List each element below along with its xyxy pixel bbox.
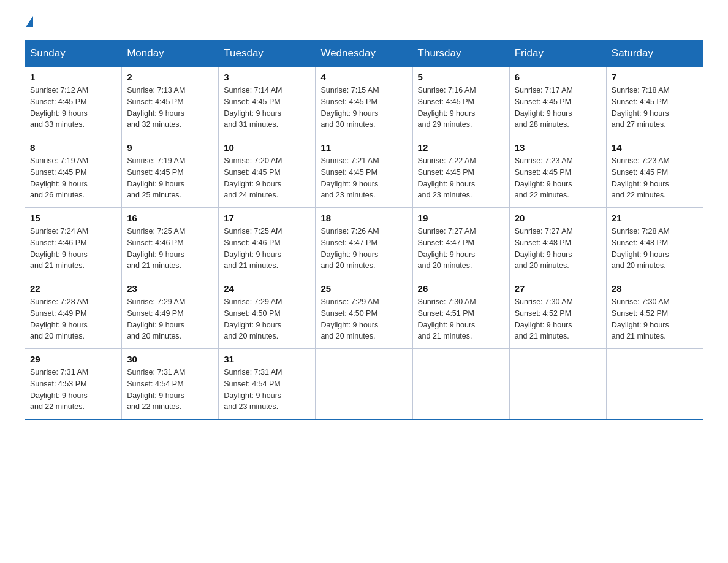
day-info: Sunrise: 7:31 AMSunset: 4:53 PMDaylight:… bbox=[30, 367, 116, 413]
day-number: 22 bbox=[30, 283, 116, 294]
calendar-day-cell: 31Sunrise: 7:31 AMSunset: 4:54 PMDayligh… bbox=[219, 349, 316, 420]
day-info: Sunrise: 7:27 AMSunset: 4:47 PMDaylight:… bbox=[418, 226, 504, 272]
day-info: Sunrise: 7:13 AMSunset: 4:45 PMDaylight:… bbox=[127, 85, 213, 131]
calendar-day-cell: 1Sunrise: 7:12 AMSunset: 4:45 PMDaylight… bbox=[25, 66, 122, 137]
calendar-week-row: 22Sunrise: 7:28 AMSunset: 4:49 PMDayligh… bbox=[25, 278, 703, 349]
day-number: 14 bbox=[612, 142, 698, 153]
day-number: 19 bbox=[418, 213, 504, 223]
calendar-day-cell: 20Sunrise: 7:27 AMSunset: 4:48 PMDayligh… bbox=[509, 208, 606, 278]
day-number: 4 bbox=[320, 72, 407, 82]
day-info: Sunrise: 7:26 AMSunset: 4:47 PMDaylight:… bbox=[320, 226, 407, 272]
calendar-day-cell: 29Sunrise: 7:31 AMSunset: 4:53 PMDayligh… bbox=[25, 349, 122, 420]
day-info: Sunrise: 7:20 AMSunset: 4:45 PMDaylight:… bbox=[224, 155, 310, 201]
day-info: Sunrise: 7:25 AMSunset: 4:46 PMDaylight:… bbox=[224, 226, 310, 272]
calendar-week-row: 15Sunrise: 7:24 AMSunset: 4:46 PMDayligh… bbox=[25, 208, 703, 278]
day-number: 15 bbox=[30, 213, 116, 223]
calendar-day-cell: 15Sunrise: 7:24 AMSunset: 4:46 PMDayligh… bbox=[25, 208, 122, 278]
calendar-day-cell: 27Sunrise: 7:30 AMSunset: 4:52 PMDayligh… bbox=[509, 278, 606, 349]
day-number: 6 bbox=[515, 72, 601, 82]
day-number: 18 bbox=[320, 213, 407, 223]
day-number: 20 bbox=[515, 213, 601, 223]
day-info: Sunrise: 7:17 AMSunset: 4:45 PMDaylight:… bbox=[515, 85, 601, 131]
calendar-day-cell bbox=[412, 349, 509, 420]
day-header-monday: Monday bbox=[122, 41, 219, 67]
calendar-day-cell: 21Sunrise: 7:28 AMSunset: 4:48 PMDayligh… bbox=[606, 208, 703, 278]
day-number: 13 bbox=[515, 142, 601, 153]
calendar-day-cell: 4Sunrise: 7:15 AMSunset: 4:45 PMDaylight… bbox=[316, 66, 412, 137]
calendar-day-cell: 10Sunrise: 7:20 AMSunset: 4:45 PMDayligh… bbox=[219, 137, 316, 208]
day-info: Sunrise: 7:28 AMSunset: 4:49 PMDaylight:… bbox=[30, 296, 116, 342]
day-info: Sunrise: 7:15 AMSunset: 4:45 PMDaylight:… bbox=[320, 85, 407, 131]
day-info: Sunrise: 7:30 AMSunset: 4:52 PMDaylight:… bbox=[515, 296, 601, 342]
calendar-day-cell: 26Sunrise: 7:30 AMSunset: 4:51 PMDayligh… bbox=[412, 278, 509, 349]
day-number: 12 bbox=[418, 142, 504, 153]
calendar-week-row: 29Sunrise: 7:31 AMSunset: 4:53 PMDayligh… bbox=[25, 349, 703, 420]
day-number: 26 bbox=[418, 283, 504, 294]
calendar-day-cell: 2Sunrise: 7:13 AMSunset: 4:45 PMDaylight… bbox=[122, 66, 219, 137]
day-number: 3 bbox=[224, 72, 310, 82]
calendar-day-cell: 23Sunrise: 7:29 AMSunset: 4:49 PMDayligh… bbox=[122, 278, 219, 349]
day-number: 24 bbox=[224, 283, 310, 294]
calendar-day-cell: 25Sunrise: 7:29 AMSunset: 4:50 PMDayligh… bbox=[316, 278, 412, 349]
calendar-day-cell: 11Sunrise: 7:21 AMSunset: 4:45 PMDayligh… bbox=[316, 137, 412, 208]
day-header-friday: Friday bbox=[509, 41, 606, 67]
day-number: 28 bbox=[612, 283, 698, 294]
day-header-saturday: Saturday bbox=[606, 41, 703, 67]
day-header-tuesday: Tuesday bbox=[219, 41, 316, 67]
calendar-day-cell: 12Sunrise: 7:22 AMSunset: 4:45 PMDayligh… bbox=[412, 137, 509, 208]
day-info: Sunrise: 7:29 AMSunset: 4:50 PMDaylight:… bbox=[224, 296, 310, 342]
day-number: 8 bbox=[30, 142, 116, 153]
calendar-day-cell: 18Sunrise: 7:26 AMSunset: 4:47 PMDayligh… bbox=[316, 208, 412, 278]
calendar-day-cell: 24Sunrise: 7:29 AMSunset: 4:50 PMDayligh… bbox=[219, 278, 316, 349]
calendar-day-cell: 9Sunrise: 7:19 AMSunset: 4:45 PMDaylight… bbox=[122, 137, 219, 208]
calendar-day-cell bbox=[509, 349, 606, 420]
day-header-wednesday: Wednesday bbox=[316, 41, 412, 67]
day-info: Sunrise: 7:23 AMSunset: 4:45 PMDaylight:… bbox=[515, 155, 601, 201]
calendar-day-cell: 7Sunrise: 7:18 AMSunset: 4:45 PMDaylight… bbox=[606, 66, 703, 137]
calendar-day-cell bbox=[316, 349, 412, 420]
day-number: 11 bbox=[320, 142, 407, 153]
calendar-day-cell: 14Sunrise: 7:23 AMSunset: 4:45 PMDayligh… bbox=[606, 137, 703, 208]
day-number: 30 bbox=[127, 354, 213, 364]
day-info: Sunrise: 7:19 AMSunset: 4:45 PMDaylight:… bbox=[127, 155, 213, 201]
day-info: Sunrise: 7:23 AMSunset: 4:45 PMDaylight:… bbox=[612, 155, 698, 201]
day-number: 27 bbox=[515, 283, 601, 294]
calendar-day-cell: 22Sunrise: 7:28 AMSunset: 4:49 PMDayligh… bbox=[25, 278, 122, 349]
calendar-day-cell: 28Sunrise: 7:30 AMSunset: 4:52 PMDayligh… bbox=[606, 278, 703, 349]
day-info: Sunrise: 7:29 AMSunset: 4:50 PMDaylight:… bbox=[320, 296, 407, 342]
page-header bbox=[25, 18, 703, 28]
calendar-day-cell: 30Sunrise: 7:31 AMSunset: 4:54 PMDayligh… bbox=[122, 349, 219, 420]
calendar-day-cell: 19Sunrise: 7:27 AMSunset: 4:47 PMDayligh… bbox=[412, 208, 509, 278]
day-info: Sunrise: 7:14 AMSunset: 4:45 PMDaylight:… bbox=[224, 85, 310, 131]
day-info: Sunrise: 7:16 AMSunset: 4:45 PMDaylight:… bbox=[418, 85, 504, 131]
calendar-body: 1Sunrise: 7:12 AMSunset: 4:45 PMDaylight… bbox=[25, 66, 703, 419]
day-number: 1 bbox=[30, 72, 116, 82]
day-number: 5 bbox=[418, 72, 504, 82]
calendar-day-cell: 8Sunrise: 7:19 AMSunset: 4:45 PMDaylight… bbox=[25, 137, 122, 208]
calendar-day-cell: 3Sunrise: 7:14 AMSunset: 4:45 PMDaylight… bbox=[219, 66, 316, 137]
day-info: Sunrise: 7:31 AMSunset: 4:54 PMDaylight:… bbox=[224, 367, 310, 413]
day-header-sunday: Sunday bbox=[25, 41, 122, 67]
day-number: 31 bbox=[224, 354, 310, 364]
day-header-thursday: Thursday bbox=[412, 41, 509, 67]
day-info: Sunrise: 7:29 AMSunset: 4:49 PMDaylight:… bbox=[127, 296, 213, 342]
day-info: Sunrise: 7:18 AMSunset: 4:45 PMDaylight:… bbox=[612, 85, 698, 131]
day-info: Sunrise: 7:21 AMSunset: 4:45 PMDaylight:… bbox=[320, 155, 407, 201]
day-info: Sunrise: 7:25 AMSunset: 4:46 PMDaylight:… bbox=[127, 226, 213, 272]
calendar-day-cell: 16Sunrise: 7:25 AMSunset: 4:46 PMDayligh… bbox=[122, 208, 219, 278]
day-number: 25 bbox=[320, 283, 407, 294]
day-info: Sunrise: 7:31 AMSunset: 4:54 PMDaylight:… bbox=[127, 367, 213, 413]
day-number: 29 bbox=[30, 354, 116, 364]
day-info: Sunrise: 7:19 AMSunset: 4:45 PMDaylight:… bbox=[30, 155, 116, 201]
day-number: 23 bbox=[127, 283, 213, 294]
day-info: Sunrise: 7:27 AMSunset: 4:48 PMDaylight:… bbox=[515, 226, 601, 272]
day-info: Sunrise: 7:12 AMSunset: 4:45 PMDaylight:… bbox=[30, 85, 116, 131]
day-number: 9 bbox=[127, 142, 213, 153]
calendar-week-row: 8Sunrise: 7:19 AMSunset: 4:45 PMDaylight… bbox=[25, 137, 703, 208]
logo-triangle-icon bbox=[26, 16, 33, 27]
calendar-day-cell: 13Sunrise: 7:23 AMSunset: 4:45 PMDayligh… bbox=[509, 137, 606, 208]
day-number: 10 bbox=[224, 142, 310, 153]
day-number: 17 bbox=[224, 213, 310, 223]
day-info: Sunrise: 7:28 AMSunset: 4:48 PMDaylight:… bbox=[612, 226, 698, 272]
day-number: 16 bbox=[127, 213, 213, 223]
